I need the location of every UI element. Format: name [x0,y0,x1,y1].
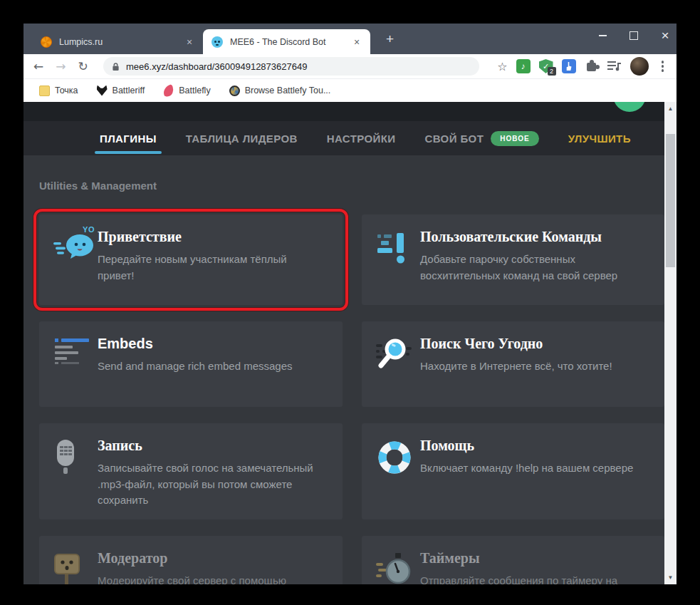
plugin-description: Записывайте свой голос на замечательный … [98,460,320,509]
nav-tab-label: ТАБЛИЦА ЛИДЕРОВ [186,133,298,145]
plugin-title: Embeds [98,336,293,352]
nav-tab-upgrade[interactable]: УЛУЧШИТЬ [568,121,631,155]
plugin-grid: YOПриветствиеПередайте новым участникам … [39,214,664,584]
bookmark-battleriff[interactable]: Battleriff [97,86,145,96]
header-strip [23,102,677,121]
plugin-description: Send and manage rich embed messages [98,358,293,375]
address-bar[interactable]: mee6.xyz/dashboard/360094912873627649 [103,57,479,76]
help-icon [376,436,420,507]
tab-title: MEE6 - The Discord Bot [230,37,350,47]
lock-icon [112,62,120,71]
nav-tab-settings[interactable]: НАСТРОЙКИ [327,121,396,155]
browser-window: Lumpics.ru MEE6 - The Discord Bot mee6.x… [23,24,677,584]
plugins-page: Utilities & Management YOПриветствиеПере… [23,155,677,584]
active-tab-underline [95,151,162,154]
extensions-puzzle-icon[interactable] [585,59,599,73]
extension-badge: 2 [548,67,556,76]
bookmarks-bar: Точка Battleriff Battlefly Browse Battle… [23,78,677,102]
nav-tab-label: СВОЙ БОТ [425,133,484,145]
plugin-description: Передайте новым участникам тёплый привет… [98,252,320,284]
dashboard-nav: ПЛАГИНЫТАБЛИЦА ЛИДЕРОВНАСТРОЙКИСВОЙ БОТН… [23,121,677,155]
forward-button [56,59,66,73]
plugin-title: Таймеры [420,550,642,567]
minimize-button[interactable] [597,30,608,41]
back-button[interactable] [33,59,43,73]
window-controls [597,26,671,45]
browser-tab-strip: Lumpics.ru MEE6 - The Discord Bot [23,24,677,54]
browser-tab-lumpics[interactable]: Lumpics.ru [32,29,203,54]
plugin-title: Помощь [420,438,633,454]
nav-tab-plugins[interactable]: ПЛАГИНЫ [100,121,157,155]
close-tab-icon[interactable] [183,36,196,48]
plugin-card-search-anything[interactable]: Поиск Чего УгодноНаходите в Интернете вс… [362,321,664,407]
plugin-card-record[interactable]: ЗаписьЗаписывайте свой голос на замечате… [39,423,343,519]
plugin-title: Пользовательские Команды [420,229,642,245]
url-text: mee6.xyz/dashboard/360094912873627649 [126,61,307,72]
maximize-button[interactable] [628,30,639,41]
plugin-card-timers[interactable]: ТаймерыОтправляйте сообщения по таймеру … [362,536,664,584]
nav-tab-label: ПЛАГИНЫ [100,133,157,145]
plugin-title: Модератор [98,550,320,567]
plugin-card-welcome[interactable]: YOПриветствиеПередайте новым участникам … [39,214,343,305]
close-window-button[interactable] [659,30,671,41]
plugin-title: Приветствие [98,229,320,245]
bookmark-battlefy-tournaments[interactable]: Browse Battlefy Tou... [229,86,331,96]
bookmark-label: Точка [55,86,78,95]
nav-tab-leaderboard[interactable]: ТАБЛИЦА ЛИДЕРОВ [186,121,298,155]
scroll-down-icon[interactable] [664,572,677,583]
plugin-title: Запись [98,438,320,454]
battlefly-favicon-icon [162,84,175,98]
browser-toolbar: mee6.xyz/dashboard/360094912873627649 2 [23,54,677,78]
battleriff-favicon-icon [97,86,108,96]
plugin-description: Находите в Интернете всё, что хотите! [420,358,612,375]
media-queue-icon[interactable] [607,61,622,72]
lumpics-favicon-icon [41,36,52,48]
profile-avatar[interactable] [630,57,649,76]
scrollbar-thumb[interactable] [666,134,675,267]
new-badge: НОВОЕ [491,131,538,146]
plugin-title: Поиск Чего Угодно [420,336,612,352]
browser-tab-mee6[interactable]: MEE6 - The Discord Bot [203,29,370,54]
shield-extension-icon[interactable]: 2 [539,59,553,73]
record-icon [53,436,98,507]
welcome-icon: YO [53,227,98,292]
section-heading: Utilities & Management [39,180,157,192]
nav-tab-label: УЛУЧШИТЬ [568,133,631,145]
plugin-card-custom-commands[interactable]: Пользовательские КомандыДобавьте парочку… [362,214,664,305]
hand-extension-icon[interactable] [562,59,576,73]
bookmark-label: Browse Battlefy Tou... [245,86,331,95]
scrollbar[interactable] [664,102,677,584]
search-icon [376,334,420,394]
plugin-description: Добавьте парочку собственных восхититель… [420,252,642,284]
yo-label: YO [83,225,95,234]
mee6-favicon-icon [211,36,223,48]
nav-tab-custom-bot[interactable]: СВОЙ БОТНОВОЕ [425,121,539,155]
bookmark-battlefly[interactable]: Battlefly [163,86,210,96]
nav-tab-label: НАСТРОЙКИ [327,133,396,145]
tab-title: Lumpics.ru [59,37,183,47]
bookmark-star-icon[interactable] [497,60,507,73]
bookmark-tochka[interactable]: Точка [39,86,78,96]
bookmark-label: Battlefly [179,86,210,95]
browser-menu-icon[interactable] [657,59,669,73]
battlefy-favicon-icon [229,86,240,96]
plugin-description: Модерируйте свой сервер с помощью мощных… [98,573,320,584]
plugin-description: Включает команду !help на вашем сервере [420,460,633,477]
reload-button[interactable] [78,59,88,73]
custom-commands-icon [376,227,420,292]
page-content: ПЛАГИНЫТАБЛИЦА ЛИДЕРОВНАСТРОЙКИСВОЙ БОТН… [23,102,677,584]
plugin-card-help[interactable]: ПомощьВключает команду !help на вашем се… [362,423,664,519]
plugin-description: Отправляйте сообщения по таймеру на свой… [420,573,642,584]
plugin-card-embeds[interactable]: EmbedsSend and manage rich embed message… [39,321,343,407]
timers-icon [376,549,420,584]
moderator-icon [53,549,98,584]
tochka-favicon-icon [39,86,50,96]
plugin-card-moderator[interactable]: МодераторМодерируйте свой сервер с помощ… [39,536,343,584]
bookmark-label: Battleriff [113,86,145,95]
new-tab-button[interactable] [383,33,397,46]
close-tab-icon[interactable] [350,36,363,48]
music-extension-icon[interactable] [516,59,531,73]
scroll-up-icon[interactable] [664,103,677,114]
embeds-icon [53,334,98,394]
